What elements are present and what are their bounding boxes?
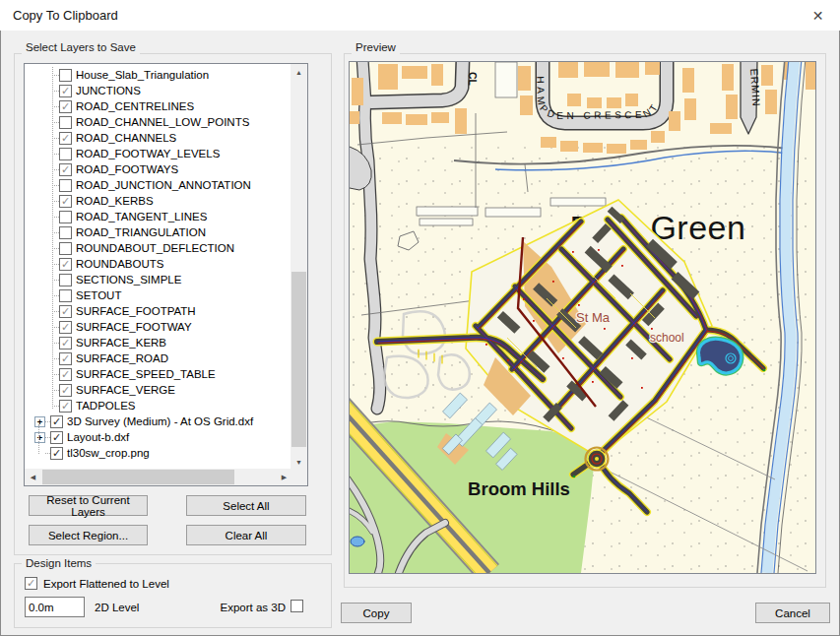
tree-item[interactable]: +✓Layout-b.dxf [25, 429, 291, 445]
export-flattened-label[interactable]: Export Flattened to Level [43, 578, 169, 590]
layer-checkbox[interactable]: ✓ [59, 258, 72, 271]
layer-checkbox[interactable] [59, 179, 72, 192]
layer-checkbox[interactable] [59, 69, 72, 82]
tree-item[interactable]: ✓SURFACE_SPEED_TABLE [25, 366, 291, 382]
layer-checkbox[interactable]: ✓ [59, 384, 72, 397]
tree-item[interactable]: ✓ROAD_FOOTWAYS [25, 161, 291, 177]
select-all-button[interactable]: Select All [186, 495, 306, 516]
tree-item[interactable]: ✓ROUNDABOUTS [25, 256, 291, 272]
level-value-input[interactable] [25, 597, 85, 617]
layer-label[interactable]: ROAD_CHANNEL_LOW_POINTS [76, 116, 249, 128]
export-as-3d-label[interactable]: Export as 3D [207, 602, 286, 613]
layer-checkbox[interactable] [59, 148, 72, 160]
tree-item[interactable]: ROAD_JUNCTION_ANNOTATION [25, 177, 291, 193]
tree-item[interactable]: ✓SURFACE_KERB [25, 335, 291, 350]
layer-label[interactable]: SECTIONS_SIMPLE [76, 274, 181, 286]
layer-label[interactable]: ROAD_JUNCTION_ANNOTATION [76, 179, 251, 191]
tree-item[interactable]: ✓SURFACE_ROAD [25, 350, 291, 366]
layer-label[interactable]: ROAD_FOOTWAY_LEVELS [76, 148, 220, 159]
layer-label[interactable]: Layout-b.dxf [67, 431, 129, 443]
layer-checkbox[interactable] [59, 274, 72, 286]
scroll-up-icon[interactable]: ▲ [291, 64, 307, 81]
layer-label[interactable]: tl30sw_crop.png [67, 447, 150, 459]
tree-item[interactable]: ✓tl30sw_crop.png [25, 445, 291, 461]
horizontal-scrollbar[interactable]: ◀ ▶ [25, 469, 292, 485]
layer-label[interactable]: SETOUT [76, 289, 121, 301]
layer-checkbox[interactable]: ✓ [50, 447, 63, 460]
layer-checkbox[interactable]: ✓ [50, 415, 63, 428]
layer-label[interactable]: ROAD_CHANNELS [76, 132, 176, 144]
layer-label[interactable]: SURFACE_ROAD [76, 352, 168, 364]
tree-item[interactable]: ✓ROAD_KERBS [25, 193, 291, 209]
layer-checkbox[interactable]: ✓ [50, 431, 63, 444]
layer-label[interactable]: ROAD_CENTRELINES [76, 100, 194, 112]
layer-tree[interactable]: House_Slab_Triangulation✓JUNCTIONS✓ROAD_… [24, 63, 308, 486]
layer-label[interactable]: JUNCTIONS [76, 85, 141, 96]
tree-connector [52, 154, 59, 155]
expand-icon[interactable]: + [34, 432, 45, 443]
export-as-3d-checkbox[interactable] [291, 600, 303, 612]
layer-checkbox[interactable]: ✓ [59, 163, 72, 176]
tree-item[interactable]: ROUNDABOUT_DEFLECTION [25, 240, 291, 256]
tree-item[interactable]: ROAD_TRIANGULATION [25, 224, 291, 240]
vertical-scrollbar[interactable]: ▲ ▼ [291, 64, 307, 471]
tree-item[interactable]: ✓TADPOLES [25, 398, 291, 413]
layer-label[interactable]: ROAD_TANGENT_LINES [76, 211, 207, 223]
reset-to-current-layers-button[interactable]: Reset to Current Layers [29, 495, 148, 516]
layer-label[interactable]: ROAD_KERBS [76, 195, 154, 207]
layer-label[interactable]: House_Slab_Triangulation [76, 69, 209, 81]
tree-item[interactable]: ROAD_FOOTWAY_LEVELS [25, 146, 291, 161]
layer-checkbox[interactable] [59, 242, 72, 255]
vertical-scroll-thumb[interactable] [291, 272, 306, 447]
layer-checkbox[interactable]: ✓ [59, 321, 72, 334]
export-flattened-checkbox[interactable]: ✓ [25, 577, 37, 590]
layer-checkbox[interactable] [59, 226, 72, 239]
select-region-button[interactable]: Select Region... [29, 525, 148, 545]
layer-checkbox[interactable]: ✓ [59, 400, 72, 413]
tree-item[interactable]: ROAD_CHANNEL_LOW_POINTS [25, 114, 291, 130]
layer-checkbox[interactable]: ✓ [59, 305, 72, 318]
layer-label[interactable]: ROAD_FOOTWAYS [76, 163, 178, 175]
tree-item[interactable]: +✓3D Survey (Medium) - At OS Grid.dxf [25, 413, 291, 429]
layers-group-label: Select Layers to Save [22, 41, 140, 54]
scroll-left-icon[interactable]: ◀ [25, 469, 41, 485]
layer-checkbox[interactable]: ✓ [59, 100, 72, 113]
layer-checkbox[interactable]: ✓ [59, 85, 72, 97]
close-icon[interactable]: ✕ [796, 0, 840, 31]
tree-item[interactable]: ✓ROAD_CENTRELINES [25, 98, 291, 114]
svg-text:St Ma: St Ma [576, 310, 611, 325]
clear-all-button[interactable]: Clear All [186, 525, 306, 545]
layer-label[interactable]: SURFACE_FOOTPATH [76, 305, 196, 317]
tree-item[interactable]: ✓SURFACE_FOOTPATH [25, 303, 291, 319]
layer-tree-rows[interactable]: House_Slab_Triangulation✓JUNCTIONS✓ROAD_… [25, 64, 291, 469]
tree-item[interactable]: ROAD_TANGENT_LINES [25, 209, 291, 224]
layer-label[interactable]: ROUNDABOUT_DEFLECTION [76, 242, 234, 254]
layer-label[interactable]: SURFACE_SPEED_TABLE [76, 368, 216, 380]
copy-button[interactable]: Copy [341, 603, 412, 623]
layer-label[interactable]: ROUNDABOUTS [76, 258, 163, 270]
tree-item[interactable]: ✓JUNCTIONS [25, 83, 291, 98]
expand-icon[interactable]: + [34, 416, 45, 427]
layer-checkbox[interactable]: ✓ [59, 368, 72, 381]
tree-item[interactable]: ✓SURFACE_VERGE [25, 382, 291, 398]
tree-item[interactable]: ✓ROAD_CHANNELS [25, 130, 291, 146]
tree-item[interactable]: ✓SURFACE_FOOTWAY [25, 319, 291, 335]
layer-label[interactable]: SURFACE_KERB [76, 337, 166, 349]
layer-label[interactable]: SURFACE_VERGE [76, 384, 175, 396]
layer-checkbox[interactable] [59, 211, 72, 223]
tree-item[interactable]: House_Slab_Triangulation [25, 67, 291, 83]
layer-label[interactable]: ROAD_TRIANGULATION [76, 226, 206, 238]
layer-checkbox[interactable] [59, 116, 72, 129]
layer-checkbox[interactable]: ✓ [59, 132, 72, 145]
layer-checkbox[interactable]: ✓ [59, 195, 72, 208]
tree-item[interactable]: SECTIONS_SIMPLE [25, 272, 291, 287]
layer-checkbox[interactable] [59, 289, 72, 302]
layer-checkbox[interactable]: ✓ [59, 352, 72, 365]
cancel-button[interactable]: Cancel [755, 603, 830, 623]
layer-label[interactable]: 3D Survey (Medium) - At OS Grid.dxf [67, 415, 253, 427]
layer-label[interactable]: SURFACE_FOOTWAY [76, 321, 192, 333]
horizontal-scroll-thumb[interactable] [42, 470, 234, 484]
layer-label[interactable]: TADPOLES [76, 400, 136, 412]
tree-item[interactable]: SETOUT [25, 287, 291, 303]
layer-checkbox[interactable]: ✓ [59, 337, 72, 350]
